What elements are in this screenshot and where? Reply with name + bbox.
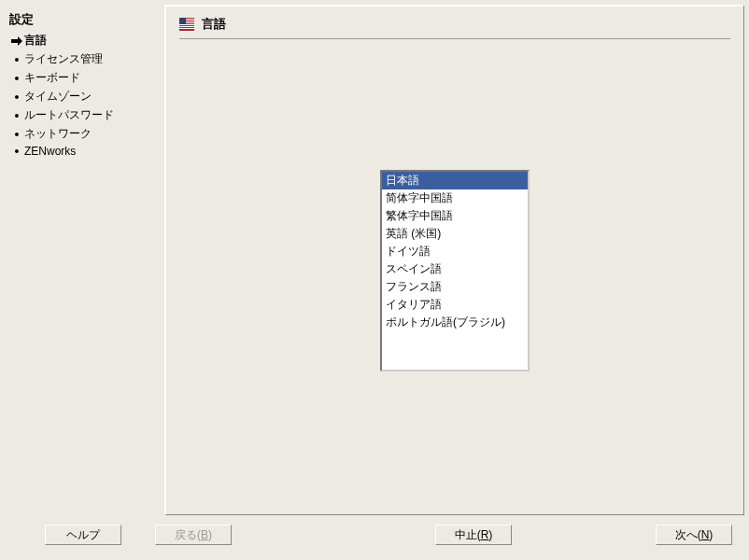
sidebar-title: 設定 (9, 11, 157, 28)
sidebar-item-timezone[interactable]: • タイムゾーン (9, 89, 157, 105)
language-listbox-wrap: 日本語 简体字中国語 繁体字中国語 英語 (米国) ドイツ語 スペイン語 フラン… (179, 170, 730, 371)
sidebar-item-label: 言語 (24, 33, 47, 49)
language-option-en-us[interactable]: 英語 (米国) (382, 225, 528, 243)
sidebar-item-license[interactable]: • ライセンス管理 (9, 51, 157, 67)
back-button-paren: ) (208, 528, 212, 541)
abort-button-text: 中止( (455, 528, 481, 541)
next-button[interactable]: 次へ(N) (656, 525, 732, 545)
sidebar-item-label: タイムゾーン (24, 89, 92, 105)
language-option-ja[interactable]: 日本語 (382, 172, 528, 189)
sidebar-item-keyboard[interactable]: • キーボード (9, 70, 157, 86)
sidebar-item-network[interactable]: • ネットワーク (9, 126, 157, 142)
language-listbox[interactable]: 日本語 简体字中国語 繁体字中国語 英語 (米国) ドイツ語 スペイン語 フラン… (380, 170, 530, 371)
sidebar-item-rootpw[interactable]: • ルートパスワード (9, 107, 157, 123)
svg-rect-4 (179, 24, 194, 25)
flag-icon (179, 18, 194, 31)
back-button[interactable]: 戻る(B) (155, 525, 232, 545)
language-option-pt-br[interactable]: ポルトガル語(ブラジル) (382, 314, 528, 331)
button-bar: ヘルプ 戻る(B) 中止(R) 次へ(N) (0, 515, 749, 554)
main-header: 言語 (179, 16, 730, 33)
next-button-paren: ) (709, 528, 713, 541)
bullet-icon: • (9, 91, 24, 104)
language-option-es[interactable]: スペイン語 (382, 260, 528, 278)
sidebar-item-label: ライセンス管理 (24, 51, 103, 67)
abort-button[interactable]: 中止(R) (435, 525, 512, 545)
language-option-fr[interactable]: フランス語 (382, 278, 528, 296)
back-button-text: 戻る( (175, 528, 201, 541)
back-button-key: B (201, 528, 208, 541)
bullet-icon: • (9, 128, 24, 141)
svg-rect-6 (179, 28, 194, 29)
svg-rect-7 (179, 18, 186, 24)
divider (179, 38, 730, 39)
language-option-it[interactable]: イタリア語 (382, 296, 528, 314)
arrow-right-icon (9, 35, 24, 47)
sidebar-item-label: ネットワーク (24, 126, 92, 142)
next-button-text: 次へ( (675, 528, 701, 541)
sidebar-item-label: ルートパスワード (24, 107, 114, 123)
bullet-icon: • (9, 109, 24, 122)
page-title: 言語 (202, 16, 226, 33)
help-button[interactable]: ヘルプ (45, 525, 121, 545)
sidebar-item-language[interactable]: 言語 (9, 33, 157, 49)
main-panel: 言語 日本語 简体字中国語 繁体字中国語 英語 (米国) ドイツ語 スペイン語 … (164, 5, 744, 515)
abort-button-paren: ) (488, 528, 492, 541)
sidebar-item-label: ZENworks (24, 145, 76, 158)
bullet-icon: • (9, 72, 24, 85)
sidebar-item-label: キーボード (24, 70, 80, 86)
language-option-de[interactable]: ドイツ語 (382, 243, 528, 260)
svg-rect-5 (179, 26, 194, 27)
bullet-icon: • (9, 145, 24, 158)
sidebar: 設定 言語 • ライセンス管理 • キーボード • タイムゾーン • ルートパス… (0, 0, 164, 515)
installer-container: 設定 言語 • ライセンス管理 • キーボード • タイムゾーン • ルートパス… (0, 0, 749, 515)
sidebar-item-zenworks[interactable]: • ZENworks (9, 145, 157, 158)
language-option-zh-tw[interactable]: 繁体字中国語 (382, 207, 528, 225)
bullet-icon: • (9, 53, 24, 66)
language-option-zh-cn[interactable]: 简体字中国語 (382, 189, 528, 207)
